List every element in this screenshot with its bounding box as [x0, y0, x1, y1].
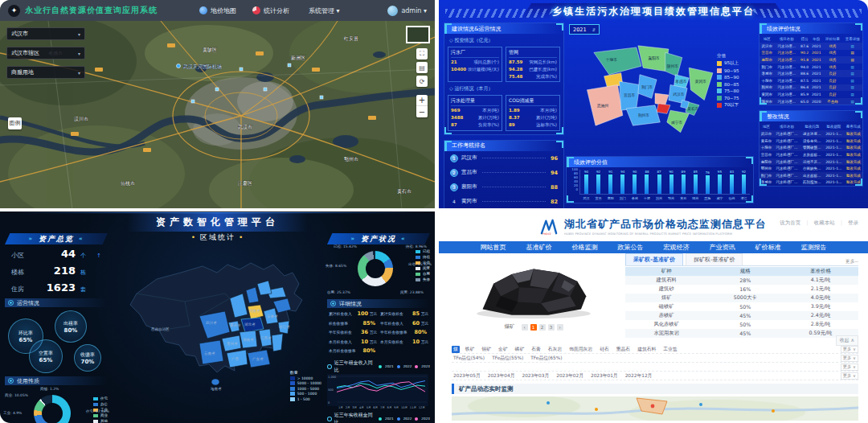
chart1-legend: 202120222023 — [379, 364, 430, 368]
legend-label: 85~90 — [724, 75, 739, 80]
overview-minimap[interactable] — [406, 26, 430, 43]
year-select[interactable]: 2021 ⇵ — [569, 24, 600, 35]
nav-item-价格监测[interactable]: 价格监测 — [572, 243, 598, 252]
view-detail-icon[interactable]: ▤ — [842, 70, 862, 77]
filter-more-button[interactable]: 更多 ∨ — [841, 372, 858, 380]
rank-score: 82 — [551, 199, 558, 205]
filter-chip-重晶石[interactable]: 重晶石 — [615, 346, 632, 353]
tl-filter-dropdown-1[interactable]: 武汉市辖区▾ — [6, 47, 85, 60]
tl-nav-item-0[interactable]: 地价地图 — [199, 6, 236, 15]
filter-more-button[interactable]: 更多 ∨ — [841, 346, 858, 353]
tl-filter-dropdown-0[interactable]: 武汉市▾ — [6, 27, 85, 40]
filter-chip-建筑石料[interactable]: 建筑石料 — [636, 346, 657, 353]
view-detail-icon[interactable]: ▤ — [842, 77, 862, 84]
tab-探矿权-基准矿价[interactable]: 探矿权-基准矿价 — [686, 253, 743, 265]
arrow-right-icon: » — [28, 236, 34, 242]
filter-chip-磷矿[interactable]: 磷矿 — [514, 346, 526, 353]
view-detail-icon[interactable]: ▤ — [842, 43, 862, 50]
stat-label: 累计(万吨) — [536, 114, 557, 121]
filter-chip-2023年05月[interactable]: 2023年05月 — [452, 372, 482, 380]
nav-item-网站首页[interactable]: 网站首页 — [481, 243, 506, 252]
chart1-header: 近三年租金收入同比 202120222023 — [327, 359, 430, 374]
filter-chip-饰面用灰岩[interactable]: 饰面用灰岩 — [567, 346, 594, 353]
pager-page-3[interactable]: 3 — [548, 324, 555, 331]
filter-chip-石膏[interactable]: 石膏 — [530, 346, 542, 353]
tl-nav-item-2[interactable]: 系统管理 ▾ — [305, 6, 340, 15]
bubble-label: 空置率 — [39, 350, 53, 357]
filter-chip-TFe品位(55%)[interactable]: TFe品位(55%) — [490, 355, 525, 362]
map-label: 武汉市 — [673, 92, 685, 97]
map-label: 红安县 — [343, 35, 358, 41]
filter-chip-2023年02月[interactable]: 2023年02月 — [555, 372, 585, 380]
tabs-more-link[interactable]: 更多-- — [845, 258, 858, 265]
nav-item-矿价标准[interactable]: 矿价标准 — [755, 243, 781, 252]
nav-item-产业资讯[interactable]: 产业资讯 — [710, 243, 735, 252]
realtime-monitor-map[interactable] — [452, 396, 858, 421]
tl-filter-dropdown-2[interactable]: 商服用地▾ — [6, 66, 85, 79]
nav-item-宏观经济[interactable]: 宏观经济 — [664, 243, 690, 252]
filter-chip-铜矿[interactable]: 铜矿 — [480, 346, 493, 353]
legend-toggle-button[interactable]: 图例 — [8, 117, 22, 129]
refresh-icon[interactable]: ⟳ — [416, 76, 428, 87]
nav-item-监测报告[interactable]: 监测报告 — [801, 243, 827, 252]
filter-chip-硅石[interactable]: 硅石 — [598, 346, 611, 353]
pager-arrow[interactable]: ‹ — [522, 324, 528, 331]
zoom-out-button[interactable]: − — [416, 106, 428, 117]
legend-item: 1000 - 5000 — [290, 387, 321, 391]
filter-chip-2023年01月[interactable]: 2023年01月 — [589, 372, 620, 380]
filter-chip-石灰岩[interactable]: 石灰岩 — [547, 346, 563, 353]
view-detail-icon[interactable]: ▤ — [842, 91, 862, 98]
mineral-price-website: PMDCE 湖北省矿产品市场价格动态监测信息平台 HUBEI PROVINCE … — [439, 212, 868, 423]
cell: 煤矿 — [625, 294, 707, 302]
top-link-收藏本站[interactable]: 收藏本站 — [814, 220, 835, 227]
nav-item-政策公告[interactable]: 政策公告 — [618, 243, 644, 252]
bar-荆门: 94荆门 — [616, 170, 628, 194]
filter-chip-2023年03月[interactable]: 2023年03月 — [520, 372, 551, 380]
tl-nav-item-1[interactable]: 统计分析 — [252, 6, 289, 15]
view-detail-icon[interactable]: ▤ — [842, 50, 862, 57]
nav-item-基准矿价[interactable]: 基准矿价 — [526, 243, 552, 252]
layers-icon[interactable]: ▤ — [416, 62, 428, 73]
col-header: 基准价格 — [783, 267, 858, 276]
top-link-设为首页[interactable]: 设为首页 — [780, 220, 800, 227]
airport-marker[interactable] — [177, 64, 181, 68]
filter-chip-TFe品位(54%)[interactable]: TFe品位(54%) — [452, 355, 486, 362]
pager-arrow[interactable]: › — [557, 324, 563, 331]
top-link-登录[interactable]: 登录 — [848, 220, 858, 227]
coal-product-photo[interactable] — [452, 257, 616, 322]
detail-value: 36 — [361, 329, 368, 335]
fullscreen-icon[interactable]: ⛶ — [416, 48, 428, 60]
filter-chip-2022年12月[interactable]: 2022年12月 — [624, 372, 654, 380]
view-detail-icon[interactable]: ▤ — [842, 98, 862, 105]
filter-chip-金矿[interactable]: 金矿 — [497, 346, 510, 353]
svg-text:1,000: 1,000 — [328, 376, 337, 379]
airport-label: 武汉天河国际机场 — [183, 64, 222, 70]
bar-value: 89 — [682, 170, 686, 174]
bar-x-label: 黄石 — [680, 196, 686, 200]
pager-page-1[interactable]: 1 — [530, 324, 537, 331]
view-detail-icon[interactable]: ▤ — [842, 84, 862, 92]
filter-chip-煤[interactable]: 煤 — [452, 346, 460, 353]
filter-chip-工业盐[interactable]: 工业盐 — [661, 346, 678, 353]
cell: 良好 — [823, 91, 843, 98]
hubei-choropleth-map[interactable]: 十堰市襄阳市随州市孝感市黄冈市恩施州宜昌市荆门市武汉市荆州市咸宁市黄石市 — [570, 34, 740, 153]
view-detail-icon[interactable]: ▤ — [842, 56, 862, 64]
view-detail-icon[interactable]: ▤ — [842, 64, 862, 71]
filter-more-button[interactable]: 更多 ∨ — [841, 363, 858, 371]
pager-page-2[interactable]: 2 — [539, 324, 546, 331]
filter-chip-铁矿[interactable]: 铁矿 — [464, 346, 477, 353]
stat-card-row: 1.89本月(吨) — [509, 107, 557, 114]
divider: ｜ — [839, 220, 844, 227]
filter-chip-2023年04月[interactable]: 2023年04月 — [486, 372, 517, 380]
construction-panel-title: 建设情况&运营情况 — [444, 23, 563, 34]
tab-采矿权-基准矿价[interactable]: 采矿权-基准矿价 — [625, 253, 683, 265]
filter-more-button[interactable]: 更多 ∨ — [841, 355, 858, 362]
legend-swatch — [416, 267, 420, 270]
zoom-in-button[interactable]: + — [416, 95, 428, 106]
chart1-x-labels: 1月2月3月4月5月6月7月8月9月10月11月12月 — [327, 406, 430, 409]
stat-card-title: 污水处理量 — [451, 97, 499, 106]
user-menu[interactable]: admin ▾ — [387, 6, 427, 16]
legend-label: 闲置 — [423, 266, 430, 270]
filter-chip-TFe品位(65%)[interactable]: TFe品位(65%) — [529, 355, 563, 362]
detail-unit: 万元 — [421, 322, 428, 326]
